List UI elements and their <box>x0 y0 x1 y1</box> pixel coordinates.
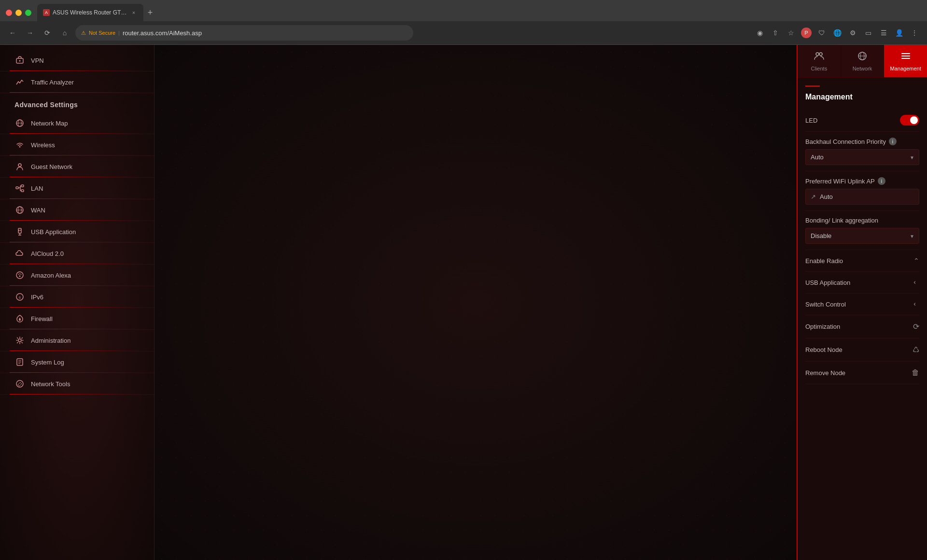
sidebar-item-aicloud[interactable]: AICloud 2.0 <box>0 243 154 265</box>
usb-application-chevron-icon: ⌃ <box>913 280 920 285</box>
vpn-icon[interactable]: 🌐 <box>830 26 844 40</box>
ipv6-label: IPv6 <box>31 294 43 301</box>
router-area <box>154 45 797 560</box>
back-button[interactable]: ← <box>6 26 19 40</box>
profile-icon[interactable]: P <box>800 26 813 40</box>
tab-network[interactable]: Network <box>841 45 885 77</box>
puzzle-icon[interactable]: ⚙ <box>846 26 859 40</box>
sidebar-item-guest-network[interactable]: Guest Network <box>0 156 154 178</box>
remove-node-label: Remove Node <box>805 369 845 377</box>
svg-point-23 <box>19 276 21 277</box>
reboot-node-row[interactable]: Reboot Node ♺ <box>805 338 919 362</box>
new-tab-button[interactable]: + <box>143 6 157 19</box>
menu-icon[interactable]: ⋮ <box>908 26 921 40</box>
sidebar-item-usb-application[interactable]: USB Application <box>0 221 154 243</box>
sidebar-item-network-tools[interactable]: Network Tools <box>0 373 154 395</box>
reboot-node-label: Reboot Node <box>805 346 843 353</box>
reload-button[interactable]: ⟳ <box>41 26 54 40</box>
enable-radio-row[interactable]: Enable Radio ⌃ <box>805 250 919 272</box>
sidebar-item-lan[interactable]: LAN <box>0 178 154 199</box>
sidebar: VPN Traffic Analyzer Advanced Settings <box>0 45 154 560</box>
sidebar-item-vpn[interactable]: VPN <box>0 50 154 71</box>
clients-tab-label: Clients <box>811 66 828 71</box>
aicloud-label: AICloud 2.0 <box>31 250 64 257</box>
sidebar-item-traffic-analyzer[interactable]: Traffic Analyzer <box>0 71 154 93</box>
home-button[interactable]: ⌂ <box>58 26 71 40</box>
sidebar-toggle-icon[interactable]: ☰ <box>877 26 890 40</box>
switch-control-row[interactable]: Switch Control ⌃ <box>805 294 919 315</box>
tab-close-button[interactable]: × <box>130 9 138 16</box>
sidebar-item-firewall[interactable]: Firewall <box>0 308 154 330</box>
ipv6-icon: 6 <box>14 292 25 302</box>
tab-favicon: A <box>43 9 50 16</box>
share-icon[interactable]: ⇧ <box>769 26 782 40</box>
sidebar-item-ipv6[interactable]: 6 IPv6 <box>0 286 154 308</box>
bonding-section: Bonding/ Link aggregation Disable Enable <box>805 211 919 250</box>
svg-point-31 <box>816 53 819 56</box>
wifi-uplink-info-icon[interactable]: i <box>878 177 885 185</box>
sidebar-item-system-log[interactable]: System Log <box>0 351 154 373</box>
url-text: router.asus.com/AiMesh.asp <box>123 29 202 37</box>
bonding-select[interactable]: Disable Enable <box>805 228 919 244</box>
sidebar-item-wan[interactable]: WAN <box>0 199 154 221</box>
advanced-settings-title: Advanced Settings <box>0 93 154 112</box>
browser-actions: ◉ ⇧ ☆ P 🛡 🌐 ⚙ ▭ ☰ 👤 ⋮ <box>753 26 921 40</box>
remove-node-trash-icon: 🗑 <box>912 368 919 377</box>
optimization-row[interactable]: Optimization ⟳ <box>805 315 919 338</box>
svg-point-6 <box>18 164 21 167</box>
reboot-node-icon: ♺ <box>913 345 919 354</box>
wifi-uplink-label-row: Preferred WiFi Uplink AP i <box>805 177 919 185</box>
guest-network-icon <box>14 161 25 172</box>
led-label: LED <box>805 117 817 124</box>
svg-rect-9 <box>21 190 24 192</box>
svg-point-5 <box>19 146 21 148</box>
user-icon[interactable]: 👤 <box>892 26 906 40</box>
sidebar-item-network-map[interactable]: Network Map <box>0 112 154 134</box>
right-panel: Clients Network <box>797 45 927 560</box>
panel-tabs: Clients Network <box>798 45 927 78</box>
usb-application-row[interactable]: USB Application ⌃ <box>805 272 919 294</box>
sidebar-item-wireless[interactable]: Wireless <box>0 134 154 156</box>
wan-label: WAN <box>31 207 45 214</box>
enable-radio-chevron-icon: ⌃ <box>913 257 919 265</box>
wifi-uplink-button[interactable]: ↗ Auto <box>805 189 919 205</box>
wifi-uplink-label: Preferred WiFi Uplink AP <box>805 178 875 185</box>
sidebar-item-amazon-alexa[interactable]: Amazon Alexa <box>0 265 154 286</box>
switch-control-chevron-icon: ⌃ <box>913 301 920 307</box>
tab-clients[interactable]: Clients <box>798 45 841 77</box>
amazon-alexa-label: Amazon Alexa <box>31 272 71 279</box>
system-log-icon <box>14 357 25 367</box>
minimize-button[interactable] <box>15 10 22 16</box>
url-bar[interactable]: ⚠ Not Secure | router.asus.com/AiMesh.as… <box>75 25 413 41</box>
led-row: LED <box>805 109 919 132</box>
wifi-uplink-section: Preferred WiFi Uplink AP i ↗ Auto <box>805 171 919 211</box>
backhaul-section: Backhaul Connection Priority i Auto 2.4G… <box>805 132 919 171</box>
tab-management[interactable]: Management <box>884 45 927 77</box>
extensions-icon[interactable]: ◉ <box>753 26 767 40</box>
forward-button[interactable]: → <box>23 26 37 40</box>
remove-node-row[interactable]: Remove Node 🗑 <box>805 362 919 384</box>
backhaul-select[interactable]: Auto 2.4GHz 5GHz-1 5GHz-2 <box>805 149 919 165</box>
optimization-refresh-icon: ⟳ <box>913 322 919 331</box>
cast-icon[interactable]: ▭ <box>861 26 875 40</box>
sidebar-item-administration[interactable]: Administration <box>0 330 154 351</box>
shield-icon[interactable]: 🛡 <box>815 26 829 40</box>
network-tab-label: Network <box>853 66 872 71</box>
wan-icon <box>14 205 25 215</box>
maximize-button[interactable] <box>25 10 31 16</box>
url-separator: | <box>118 30 120 36</box>
backhaul-info-icon[interactable]: i <box>889 138 897 145</box>
address-bar: ← → ⟳ ⌂ ⚠ Not Secure | router.asus.com/A… <box>0 21 927 44</box>
active-tab[interactable]: A ASUS Wireless Router GT6 - A... × <box>37 4 143 21</box>
network-map-icon <box>14 118 25 128</box>
amazon-alexa-icon <box>14 270 25 280</box>
led-toggle[interactable] <box>900 115 919 126</box>
browser-chrome: A ASUS Wireless Router GT6 - A... × + ← … <box>0 0 927 45</box>
backhaul-label-row: Backhaul Connection Priority i <box>805 138 919 145</box>
administration-icon <box>14 335 25 346</box>
management-tab-label: Management <box>890 66 921 71</box>
bookmark-icon[interactable]: ☆ <box>784 26 798 40</box>
close-button[interactable] <box>6 10 12 16</box>
vpn-label: VPN <box>31 57 44 64</box>
tab-title: ASUS Wireless Router GT6 - A... <box>53 9 127 16</box>
